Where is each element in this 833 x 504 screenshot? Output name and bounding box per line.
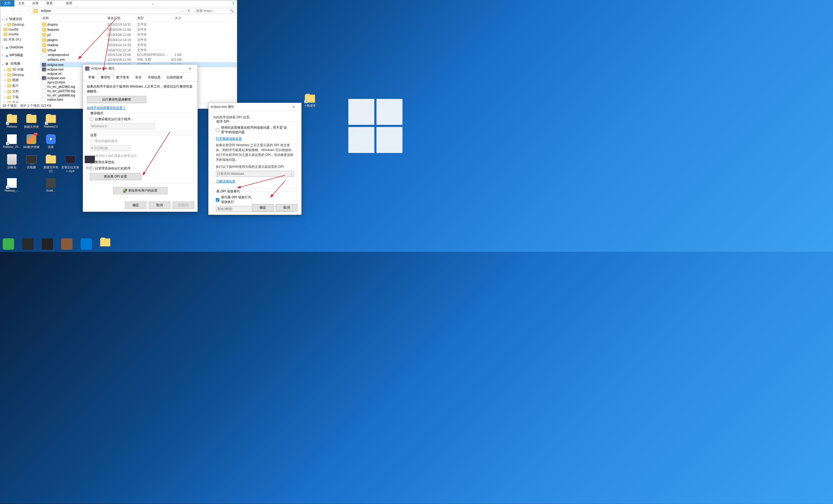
close-icon[interactable]: ✕ (288, 103, 299, 111)
ribbon-tab-manage[interactable]: 管理 (62, 0, 76, 6)
sidebar-wps[interactable]: ›☁WPS网盘 (0, 52, 40, 58)
app-icon[interactable] (61, 238, 72, 250)
file-row[interactable]: features2019/3/26 11:59文件夹 (40, 27, 237, 32)
desktop-item[interactable]: 14360软件管家 (22, 134, 41, 149)
file-row[interactable]: artifacts.xml2019/3/26 11:59XML 文档323 KB (40, 57, 237, 62)
learn-more-link[interactable]: 了解详细信息 (216, 179, 235, 183)
file-icon (42, 89, 46, 93)
tab-previous[interactable]: 以前的版本 (164, 74, 186, 81)
sidebar-item-videos[interactable]: ›视频 (0, 77, 40, 83)
ok-button[interactable]: 确定 (125, 202, 147, 209)
address-refresh-icon[interactable]: ↻ (186, 8, 192, 14)
nav-forward-icon[interactable]: → (9, 8, 16, 14)
override-legend: 高 DPI 缩放替代 (215, 189, 241, 194)
tab-details[interactable]: 详细信息 (145, 74, 164, 81)
unity-icon[interactable] (42, 238, 53, 250)
file-row[interactable]: .eclipseproduct2015/1/28 23:08ECLIPSEPRO… (40, 53, 237, 57)
tab-security[interactable]: 安全 (132, 74, 145, 81)
nav-back-icon[interactable]: ← (2, 8, 8, 14)
desktop-recycle-bin[interactable]: 回收站 (3, 154, 21, 173)
desktop-item[interactable]: Subli... (42, 178, 60, 192)
file-name: eclipsec.exe (47, 76, 65, 80)
col-header-date[interactable]: 修改日期 (105, 15, 135, 22)
troubleshoot-button[interactable]: 运行兼容性疑难解答 (87, 96, 146, 103)
fix-scaling-checkbox[interactable]: 使用此设置修复此程序的缩放问题，而不是"设置"中的缩放问题 (216, 125, 294, 134)
tab-general[interactable]: 常规 (85, 74, 98, 81)
address-input[interactable] (41, 9, 178, 13)
sidebar-item-pictures[interactable]: ›图片 (0, 83, 40, 89)
desktop-this-pc[interactable]: 此电脑 (22, 154, 41, 173)
address-bar[interactable]: › ⌄ ↻ (32, 8, 193, 14)
desktop-item[interactable]: 新建文件夹 (22, 114, 41, 129)
html-icon (42, 80, 46, 84)
compat-mode-select[interactable]: Windows 8 (90, 123, 155, 129)
sidebar-item-downloads[interactable]: ›下载 (0, 94, 40, 100)
ribbon-tab-view[interactable]: 查看 (43, 0, 56, 6)
desktop-item[interactable]: ↗Railway(1) (42, 114, 60, 129)
ribbon-tab-home[interactable]: 主页 (14, 0, 28, 6)
file-row[interactable]: p22019/3/26 12:00文件夹 (40, 32, 237, 37)
sidebar-item-music[interactable]: ›音乐 (0, 100, 40, 103)
address-dropdown-icon[interactable]: ⌄ (179, 8, 185, 14)
tab-signatures[interactable]: 数字签名 (113, 74, 132, 81)
manual-settings-link[interactable]: 如何手动选择兼容性设置？ (87, 106, 126, 110)
file-row[interactable]: dropins2015/2/19 16:31文件夹 (40, 22, 237, 27)
file-row[interactable]: virtual2018/7/22 22:16文件夹 (40, 48, 237, 53)
file-type: ECLIPSEPRODUC... (135, 53, 162, 57)
disable-fullscreen-checkbox[interactable]: 禁用全屏优化 (90, 160, 191, 165)
desktop-item[interactable]: 安装定位支座+.mp4 (61, 154, 79, 173)
tab-compat[interactable]: 兼容性 (98, 74, 113, 81)
nav-up-icon[interactable]: ↑ (25, 8, 30, 14)
desktop-item[interactable]: ↗Railway_25... (3, 134, 21, 149)
desktop-folder-db[interactable]: ↗ 十数据库 (304, 95, 316, 108)
ok-button[interactable]: 确定 (252, 204, 274, 211)
wechat-icon[interactable] (3, 238, 14, 250)
search-input[interactable] (196, 9, 230, 13)
ribbon-help-icon[interactable]: ? (230, 0, 237, 6)
desktop-item[interactable]: ↗Railway_... (3, 178, 21, 192)
cancel-button[interactable]: 取消 (149, 202, 170, 209)
exe-icon (42, 76, 46, 80)
dlg1-titlebar[interactable]: eclipse.exe 属性 ✕ (83, 65, 197, 73)
open-advanced-link[interactable]: 打开高级缩放设置 (216, 137, 242, 141)
search-box[interactable]: 🔍 (195, 8, 235, 14)
apply-button[interactable]: 应用(A) (172, 202, 194, 209)
windows-logo-backdrop (348, 99, 402, 153)
sidebar-item-desktop[interactable]: ›Desktop (0, 22, 40, 27)
change-all-users-button[interactable]: 更改所有用户的设置 (113, 187, 167, 194)
sidebar-item-desktop2[interactable]: ›Desktop (0, 72, 40, 77)
file-size: 1 KB (162, 53, 184, 57)
sidebar-thispc[interactable]: ⌄🖥此电脑 (0, 60, 40, 67)
col-header-name[interactable]: 名称 (40, 15, 105, 22)
edge-icon[interactable] (80, 238, 92, 250)
use-dpi-label: 执行以下操作时使用为我的主显示器设置的 DPI (216, 164, 294, 169)
ribbon-tab-file[interactable]: 文件 (0, 0, 14, 6)
desktop-item[interactable]: ↗Railway (3, 114, 21, 129)
dlg2-titlebar[interactable]: eclipse.exe 属性 ✕ (209, 103, 301, 111)
sidebar-item-3d[interactable]: ›3D 对象 (0, 67, 40, 72)
eclipse-icon (85, 67, 90, 71)
file-name: hs_err_pid3756.log (47, 89, 75, 93)
cancel-button[interactable]: 取消 (276, 204, 298, 211)
run-admin-checkbox[interactable]: 以管理员身份运行此程序 (90, 166, 191, 171)
sidebar-item-docs[interactable]: ›文档 (0, 89, 40, 94)
sidebar-onedrive[interactable]: ›☁OneDrive (0, 45, 40, 50)
override-checkbox[interactable]: 替代高 DPI 缩放行为。 缩放执行: (216, 195, 294, 204)
col-header-size[interactable]: 大小 (162, 15, 184, 22)
file-row[interactable]: readme2019/4/14 14:19文件夹 (40, 43, 237, 48)
nav-history-icon[interactable]: ⌄ (17, 8, 23, 14)
sidebar-quick-access[interactable]: ⌄★快速访问 (0, 16, 40, 22)
col-header-type[interactable]: 类型 (135, 15, 162, 22)
desktop-item[interactable]: ✦迅雷 (42, 134, 60, 149)
close-icon[interactable]: ✕ (185, 65, 195, 72)
desktop-item[interactable]: 新建文件夹(2) (42, 154, 60, 173)
compat-mode-checkbox[interactable]: 以兼容模式运行这个程序： (90, 117, 191, 122)
ribbon-tab-share[interactable]: 共享 (28, 0, 43, 6)
sidebar-item-devh[interactable]: 开发 (H:) (0, 37, 40, 43)
sidebar-item-maxfile2[interactable]: maxfile (0, 32, 40, 37)
file-row[interactable]: plugins2019/4/14 14:19文件夹 (40, 37, 237, 43)
sidebar-item-maxfile[interactable]: maxfile (0, 27, 40, 32)
ribbon-expand-icon[interactable]: ⌄ (149, 0, 157, 6)
qq-icon[interactable] (22, 238, 33, 250)
desktop-item[interactable]: 格构... (80, 154, 99, 173)
